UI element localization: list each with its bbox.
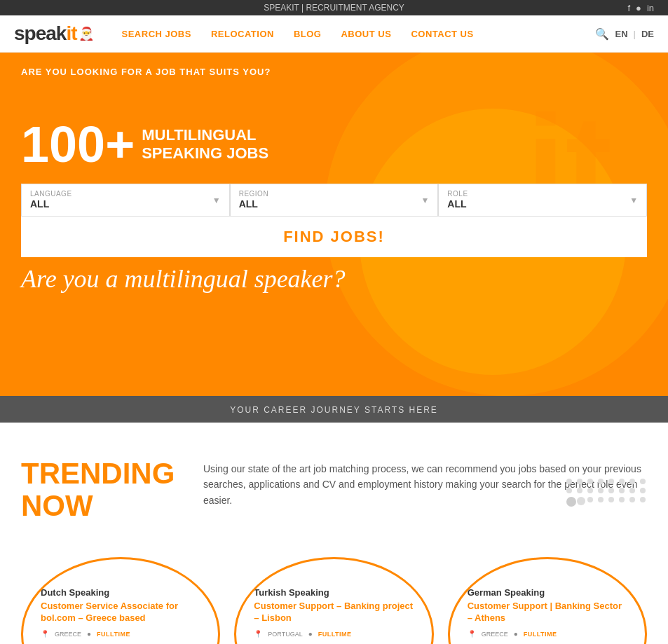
- job-2-type: FULLTIME: [524, 630, 557, 638]
- language-value: ALL: [30, 198, 49, 210]
- dots-decoration: [566, 479, 647, 507]
- job-card-2[interactable]: German Speaking Customer Support | Banki…: [448, 557, 647, 644]
- job-2-clock-icon: ●: [514, 630, 518, 638]
- nav-blog[interactable]: BLOG: [294, 29, 322, 39]
- role-value: ALL: [447, 198, 466, 210]
- hero-label: MULTILINGUAL SPEAKING JOBS: [142, 119, 268, 163]
- job-0-language: Dutch Speaking: [41, 587, 109, 598]
- job-2-title: Customer Support | Banking Sector – Athe…: [468, 601, 627, 624]
- job-1-meta: 📍 PORTUGAL ● FULLTIME: [254, 630, 351, 638]
- instagram-icon[interactable]: ●: [636, 3, 641, 13]
- career-journey-text: YOUR CAREER JOURNEY STARTS HERE: [230, 405, 438, 415]
- job-1-title: Customer Support – Banking project – Lis…: [254, 601, 414, 624]
- job-2-country-icon: 📍: [468, 630, 476, 638]
- region-chevron-icon: ▼: [421, 196, 429, 205]
- job-2-country: GREECE: [482, 630, 508, 638]
- logo-it: it: [66, 22, 76, 44]
- nav-right: 🔍 EN | DE: [595, 27, 654, 41]
- hero-section: it ARE YOU LOOKING FOR A JOB THAT SUITS …: [0, 53, 668, 396]
- trending-title: TRENDING NOW: [21, 458, 175, 522]
- job-1-country: PORTUGAL: [268, 630, 302, 638]
- job-0-meta: 📍 GREECE ● FULLTIME: [41, 630, 130, 638]
- nav-about-us[interactable]: ABOUT US: [341, 29, 391, 39]
- navbar: speakit 🎅 SEARCH JOBS RELOCATION BLOG AB…: [0, 15, 668, 53]
- job-1-type: FULLTIME: [318, 630, 352, 638]
- facebook-icon[interactable]: f: [627, 3, 630, 13]
- job-1-language: Turkish Speaking: [254, 587, 329, 598]
- lang-separator: |: [634, 29, 636, 39]
- nav-contact-us[interactable]: CONTACT US: [411, 29, 473, 39]
- nav-relocation[interactable]: RELOCATION: [211, 29, 274, 39]
- language-chevron-icon: ▼: [212, 196, 221, 205]
- trending-left: TRENDING NOW: [21, 458, 175, 522]
- job-card-1[interactable]: Turkish Speaking Customer Support – Bank…: [234, 557, 433, 644]
- job-2-meta: 📍 GREECE ● FULLTIME: [468, 630, 557, 638]
- job-0-country-icon: 📍: [41, 630, 49, 638]
- trending-layout: TRENDING NOW Using our state of the art …: [21, 458, 647, 522]
- language-select-wrap[interactable]: LANGUAGE ALL ▼: [21, 184, 230, 217]
- career-journey-bar: YOUR CAREER JOURNEY STARTS HERE: [0, 396, 668, 423]
- job-1-country-icon: 📍: [254, 630, 262, 638]
- top-bar: SPEAKIT | RECRUITMENT AGENCY f ● in: [0, 0, 668, 15]
- nav-links: SEARCH JOBS RELOCATION BLOG ABOUT US CON…: [122, 29, 596, 39]
- hero-number: 100+: [21, 119, 135, 170]
- search-icon[interactable]: 🔍: [595, 27, 609, 41]
- role-chevron-icon: ▼: [629, 196, 638, 205]
- logo-text: speakit: [14, 22, 77, 45]
- region-value: ALL: [239, 198, 258, 210]
- job-cards: Dutch Speaking Customer Service Associat…: [0, 543, 668, 644]
- hero-tagline: Are you a multilingual speaker?: [21, 264, 647, 294]
- job-1-clock-icon: ●: [308, 630, 313, 638]
- lang-de[interactable]: DE: [641, 29, 654, 39]
- role-select-wrap[interactable]: ROLE ALL ▼: [438, 184, 647, 217]
- site-title: SPEAKIT | RECRUITMENT AGENCY: [0, 3, 668, 13]
- nav-search-jobs[interactable]: SEARCH JOBS: [122, 29, 191, 39]
- lang-en[interactable]: EN: [615, 29, 627, 39]
- region-label: REGION: [239, 190, 430, 198]
- logo[interactable]: speakit 🎅: [14, 22, 94, 45]
- job-card-0[interactable]: Dutch Speaking Customer Service Associat…: [21, 557, 220, 644]
- christmas-hat-icon: 🎅: [79, 26, 94, 41]
- hero-question: ARE YOU LOOKING FOR A JOB THAT SUITS YOU…: [21, 67, 647, 77]
- find-jobs-button[interactable]: FIND JOBS!: [21, 217, 647, 257]
- hero-count-area: 100+ MULTILINGUAL SPEAKING JOBS: [21, 119, 647, 170]
- job-2-language: German Speaking: [468, 587, 545, 598]
- job-0-title: Customer Service Associate for bol.com –…: [41, 601, 200, 624]
- linkedin-icon[interactable]: in: [647, 3, 654, 13]
- job-0-type: FULLTIME: [97, 630, 130, 638]
- role-label: ROLE: [447, 190, 638, 198]
- social-links: f ● in: [627, 3, 654, 13]
- language-label: LANGUAGE: [30, 190, 221, 198]
- job-0-country: GREECE: [55, 630, 81, 638]
- trending-section: TRENDING NOW Using our state of the art …: [0, 423, 668, 543]
- search-form: LANGUAGE ALL ▼ REGION ALL ▼ ROLE ALL ▼: [21, 184, 647, 217]
- region-select-wrap[interactable]: REGION ALL ▼: [230, 184, 439, 217]
- job-0-clock-icon: ●: [87, 630, 91, 638]
